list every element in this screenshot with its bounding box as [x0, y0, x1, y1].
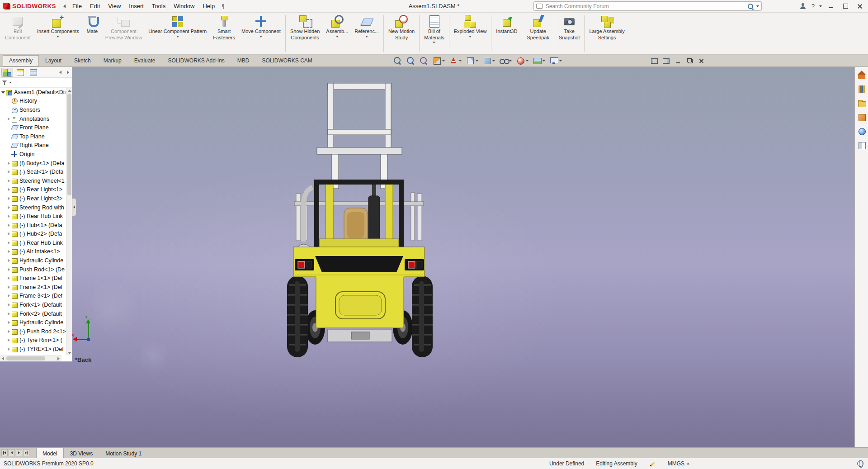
tree-item[interactable]: (-) Push Rod 2<1> [0, 327, 66, 336]
pane-toggle-left-icon[interactable] [650, 57, 659, 65]
tab-evaluate[interactable]: Evaluate [128, 55, 162, 66]
tree-item[interactable]: Steering Wheel<1 [0, 176, 66, 185]
view-toolbar-button[interactable] [499, 56, 512, 65]
smart-fasteners-button[interactable]: Smart Fasteners [210, 13, 238, 54]
scroll-down-icon[interactable] [67, 350, 72, 355]
tree-item[interactable]: Right Plane [0, 141, 66, 150]
expand-arrow-icon[interactable] [6, 267, 11, 272]
tree-vertical-scrollbar[interactable] [66, 88, 72, 355]
tree-item[interactable]: (-) Tyre Rim<1> ( [0, 336, 66, 345]
large-assembly-settings-button[interactable]: Large Assembly Settings [586, 13, 627, 54]
expand-arrow-icon[interactable] [1, 90, 5, 95]
tree-item[interactable]: (-) Rear Light<1> [0, 185, 66, 194]
document-minimize-button[interactable] [673, 57, 683, 65]
update-speedpak-button[interactable]: Update Speedpak [524, 13, 552, 54]
tree-item[interactable]: Steering Rod with [0, 203, 66, 212]
take-snapshot-button[interactable]: Take Snapshot [556, 13, 583, 54]
dropdown-arrow-icon[interactable] [469, 36, 472, 38]
filter-icon[interactable] [2, 80, 8, 85]
featuremanager-tree-tab[interactable] [1, 68, 13, 77]
menu-view[interactable]: View [104, 1, 125, 11]
maximize-button[interactable] [840, 2, 851, 11]
tree-item[interactable]: Frame 3<1> (Def [0, 292, 66, 301]
show-hidden-components-button[interactable]: Show Hidden Components [287, 13, 323, 54]
expand-arrow-icon[interactable] [6, 320, 11, 325]
expand-arrow-icon[interactable] [6, 329, 11, 334]
expand-arrow-icon[interactable] [6, 302, 11, 308]
expand-arrow-icon[interactable] [6, 240, 11, 246]
panel-tab-scroll-right-icon[interactable] [65, 69, 71, 76]
tree-item[interactable]: (-) Seat<1> (Defa [0, 167, 66, 176]
expand-arrow-icon[interactable] [6, 178, 11, 184]
tree-item[interactable]: Frame 1<1> (Def [0, 274, 66, 283]
unit-system-selector[interactable]: MMGS [668, 460, 689, 467]
expand-arrow-icon[interactable] [6, 346, 11, 352]
menu-window[interactable]: Window [170, 1, 198, 11]
view-toolbar-button[interactable] [482, 56, 495, 65]
view-toolbar-button[interactable] [532, 56, 546, 65]
insert-components-button[interactable]: Insert Components [34, 13, 82, 54]
expand-arrow-icon[interactable] [6, 293, 11, 298]
panel-tab-scroll-left-icon[interactable] [57, 69, 63, 76]
task-pane-button[interactable] [856, 84, 868, 95]
task-pane-button[interactable] [856, 70, 868, 81]
tab-motion-study-1[interactable]: Motion Study 1 [99, 448, 148, 458]
tab-solidworks-cam[interactable]: SOLIDWORKS CAM [256, 55, 319, 66]
bill-of-materials-button[interactable]: Bill of Materials [421, 13, 448, 54]
dropdown-arrow-icon[interactable] [476, 60, 478, 62]
dropdown-arrow-icon[interactable] [259, 36, 262, 38]
tree-item[interactable]: Top Plane [0, 132, 66, 141]
globe-icon[interactable] [857, 460, 863, 467]
expand-arrow-icon[interactable] [6, 196, 11, 201]
user-account-icon[interactable] [799, 2, 807, 10]
vertical-scrollbar-thumb[interactable] [67, 94, 71, 195]
view-toolbar-button[interactable] [515, 56, 529, 65]
scroll-right-icon[interactable] [56, 356, 61, 361]
expand-arrow-icon[interactable] [6, 337, 11, 343]
help-button[interactable]: ? [811, 3, 816, 9]
first-tab-button[interactable] [1, 449, 8, 456]
close-button[interactable] [854, 2, 865, 11]
tree-item[interactable]: (-) Rear Light<2> [0, 194, 66, 203]
expand-arrow-icon[interactable] [6, 223, 11, 228]
tab-solidworks-add-ins[interactable]: SOLIDWORKS Add-Ins [161, 55, 231, 66]
tree-item[interactable]: Sensors [0, 105, 66, 114]
tab-3d-views[interactable]: 3D Views [64, 448, 99, 458]
expand-arrow-icon[interactable] [6, 284, 11, 290]
units-dropdown-icon[interactable] [687, 463, 689, 464]
tree-item[interactable]: (-) Rear Hub Link [0, 238, 66, 247]
tree-item[interactable]: Hydraulic Cylinde [0, 256, 66, 265]
expand-arrow-icon[interactable] [6, 275, 11, 281]
menu-insert[interactable]: Insert [125, 1, 148, 11]
expand-arrow-icon[interactable] [6, 213, 11, 219]
menu-file[interactable]: File [68, 1, 86, 11]
help-dropdown-icon[interactable] [819, 5, 822, 7]
tree-item[interactable]: (-) Rear Hub Link [0, 212, 66, 221]
component-preview-window-button[interactable]: Component Preview Window [102, 13, 145, 54]
view-toolbar-button[interactable] [465, 56, 479, 65]
tree-item[interactable]: (-) TYRE<1> (Def [0, 345, 66, 354]
dropdown-arrow-icon[interactable] [176, 36, 179, 38]
task-pane-button[interactable] [856, 140, 868, 151]
expand-arrow-icon[interactable] [6, 116, 11, 122]
tree-item[interactable]: Fork<2> (Default [0, 309, 66, 318]
dropdown-arrow-icon[interactable] [336, 36, 339, 38]
instant3d-button[interactable]: Instant3D [493, 13, 520, 54]
viewport[interactable]: X Y *Back [0, 67, 854, 447]
tree-item[interactable]: Frame 2<1> (Def [0, 283, 66, 292]
search-scope-dropdown-icon[interactable] [756, 5, 759, 7]
task-pane-button[interactable] [856, 112, 868, 123]
horizontal-scrollbar-thumb[interactable] [6, 356, 45, 360]
menu-edit[interactable]: Edit [86, 1, 104, 11]
tree-item[interactable]: Annotations [0, 114, 66, 123]
previous-tab-button[interactable] [9, 449, 15, 456]
filter-dropdown-icon[interactable] [9, 82, 12, 83]
tree-item[interactable]: (-) Hub<2> (Defa [0, 230, 66, 239]
pane-toggle-right-icon[interactable] [661, 57, 671, 65]
view-toolbar-button[interactable] [419, 56, 429, 65]
dropdown-arrow-icon[interactable] [433, 42, 435, 43]
search-input[interactable] [545, 3, 745, 10]
tree-item[interactable]: Front Plane [0, 123, 66, 132]
minimize-button[interactable] [826, 2, 836, 11]
tree-item[interactable]: (-) Hub<1> (Defa [0, 221, 66, 230]
